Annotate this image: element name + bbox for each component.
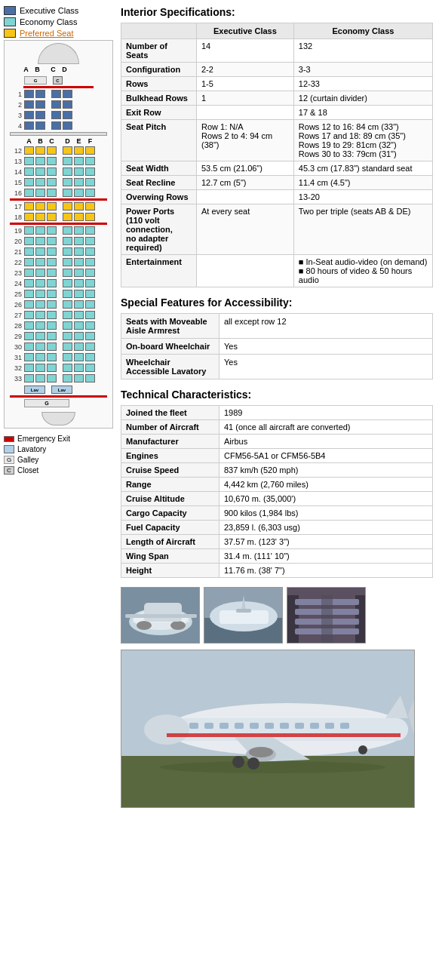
seat-18f bbox=[85, 213, 95, 221]
emergency-legend: Emergency Exit bbox=[4, 435, 113, 443]
photo-1-svg bbox=[121, 588, 200, 644]
photo-thumb-2 bbox=[204, 587, 283, 644]
table-row: ManufacturerAirbus bbox=[121, 435, 433, 449]
table-row: Wheelchair Accessible LavatoryYes bbox=[121, 355, 433, 379]
table-row: 17 bbox=[10, 201, 107, 211]
right-panel: Interior Specifications: Executive Class… bbox=[117, 0, 439, 814]
seat-13b bbox=[35, 157, 45, 165]
table-row: Seat Recline12.7 cm (5")11.4 cm (4.5") bbox=[121, 176, 433, 190]
seat-4d bbox=[63, 121, 72, 130]
closet-legend-label: Closet bbox=[17, 466, 38, 475]
svg-rect-6 bbox=[144, 603, 182, 622]
svg-point-4 bbox=[137, 621, 152, 630]
seat-18c bbox=[47, 213, 57, 221]
seat-15d bbox=[63, 178, 72, 186]
emergency-stripe-top bbox=[23, 86, 94, 88]
col-b-header: B bbox=[32, 66, 42, 73]
svg-rect-36 bbox=[340, 723, 349, 729]
photo-large bbox=[121, 650, 415, 808]
table-row: Cargo Capacity900 kilos (1,984 lbs) bbox=[121, 506, 433, 521]
table-row: 26 bbox=[10, 300, 107, 309]
svg-point-47 bbox=[358, 745, 367, 754]
preferred-legend: Preferred Seat bbox=[4, 29, 113, 38]
seat-3a bbox=[24, 111, 34, 119]
col-c-eco-header: C bbox=[47, 137, 57, 145]
table-row: 13 bbox=[10, 156, 107, 166]
galley-legend: G Galley bbox=[4, 456, 113, 464]
seat-1b bbox=[35, 90, 45, 98]
seat-14c bbox=[47, 167, 57, 176]
table-row: 12 bbox=[10, 146, 107, 155]
table-row: Number of Seats14132 bbox=[121, 39, 433, 63]
table-row: 4 bbox=[10, 121, 107, 131]
preferred-legend-link[interactable]: Preferred Seat bbox=[20, 29, 74, 38]
table-row: Exit Row17 & 18 bbox=[121, 106, 433, 120]
svg-point-41 bbox=[249, 747, 273, 757]
tail-galley-row: Lav Lav bbox=[10, 385, 107, 395]
col-d-eco-header: D bbox=[63, 137, 72, 145]
seat-16d bbox=[63, 189, 72, 197]
seat-14a bbox=[24, 167, 34, 176]
seat-map-container: A B C D G C 1 bbox=[4, 40, 113, 429]
table-row: Wing Span31.4 m. (111' 10") bbox=[121, 549, 433, 564]
seat-15f bbox=[85, 178, 95, 186]
exec-legend-box bbox=[4, 6, 16, 15]
table-row: Cruise Altitude10,670 m. (35,000') bbox=[121, 492, 433, 506]
table-row: 20 bbox=[10, 236, 107, 246]
svg-rect-35 bbox=[325, 723, 334, 729]
table-row: Cruise Speed837 km/h (520 mph) bbox=[121, 463, 433, 478]
seat-15b bbox=[35, 178, 45, 186]
lavatory-legend-label: Lavatory bbox=[17, 445, 46, 453]
table-row: Height11.76 m. (38' 7") bbox=[121, 564, 433, 578]
seat-2c bbox=[51, 100, 61, 109]
photo-2-svg bbox=[204, 588, 283, 644]
interior-title: Interior Specifications: bbox=[121, 6, 433, 18]
photo-thumb-1 bbox=[121, 587, 200, 644]
economy-legend: Economy Class bbox=[4, 17, 113, 26]
seat-13d bbox=[63, 157, 72, 165]
col-a-eco-header: A bbox=[24, 137, 34, 145]
seat-16e bbox=[74, 189, 84, 197]
table-row: 31 bbox=[10, 352, 107, 362]
seat-16f bbox=[85, 189, 95, 197]
svg-point-37 bbox=[144, 714, 189, 745]
table-row: 22 bbox=[10, 257, 107, 267]
seat-12e bbox=[74, 146, 84, 155]
seat-14d bbox=[63, 167, 72, 176]
table-row: 24 bbox=[10, 278, 107, 288]
svg-point-46 bbox=[247, 757, 259, 770]
table-row: Configuration2-23-3 bbox=[121, 63, 433, 77]
seat-13e bbox=[74, 157, 84, 165]
seat-17b bbox=[35, 202, 45, 210]
table-row: 3 bbox=[10, 110, 107, 120]
svg-rect-13 bbox=[236, 609, 251, 613]
seat-18e bbox=[74, 213, 84, 221]
interior-specs-table: Executive Class Economy Class Number of … bbox=[121, 23, 433, 287]
svg-rect-25 bbox=[167, 718, 408, 741]
seat-12c bbox=[47, 146, 57, 155]
table-row: Seats with Moveable Aisle Armrestall exc… bbox=[121, 314, 433, 339]
table-row: 21 bbox=[10, 247, 107, 257]
seat-1a bbox=[24, 90, 34, 98]
table-row: 2 bbox=[10, 100, 107, 109]
seat-18b bbox=[35, 213, 45, 221]
seat-17f bbox=[85, 202, 95, 210]
galley-legend-label: Galley bbox=[17, 456, 38, 464]
seat-4b bbox=[35, 121, 45, 130]
col-e-eco-header: E bbox=[74, 137, 84, 145]
spec-col-header-blank bbox=[121, 23, 197, 39]
svg-rect-28 bbox=[220, 723, 229, 729]
seat-14e bbox=[74, 167, 84, 176]
seat-15c bbox=[47, 178, 57, 186]
map-legend: Emergency Exit Lavatory G Galley C Close… bbox=[4, 435, 113, 475]
seat-1c bbox=[51, 90, 61, 98]
seat-2a bbox=[24, 100, 34, 109]
svg-rect-31 bbox=[265, 723, 274, 729]
left-panel: Executive Class Economy Class Preferred … bbox=[0, 0, 117, 814]
seat-15a bbox=[24, 178, 34, 186]
economy-legend-box bbox=[4, 17, 16, 26]
lavatory-cell: Lav bbox=[24, 386, 45, 394]
technical-title: Technical Characteristics: bbox=[121, 389, 433, 401]
seat-3c bbox=[51, 111, 61, 119]
seat-13f bbox=[85, 157, 95, 165]
